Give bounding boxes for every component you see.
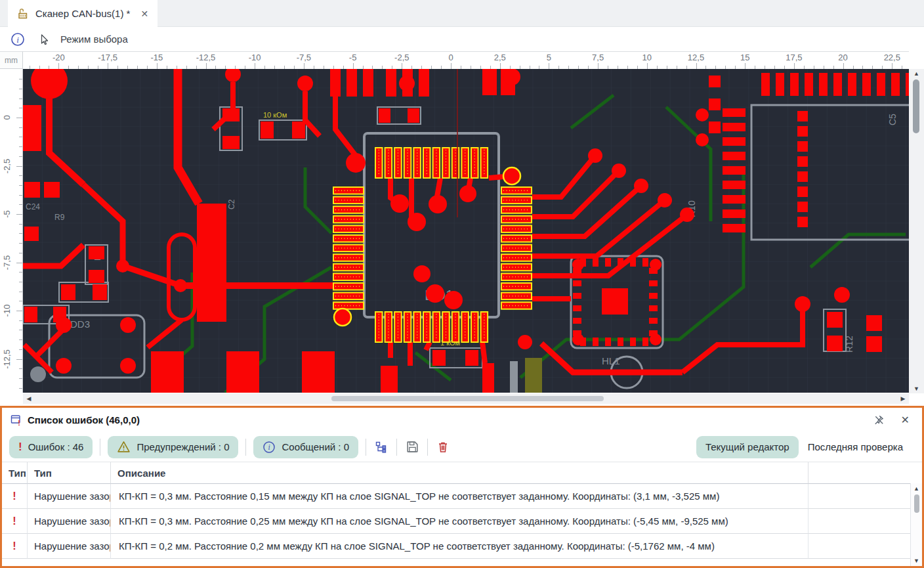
current-editor-toggle[interactable]: Текущий редактор xyxy=(696,436,799,458)
h-ruler: -20-17,5-15-12,5-10-7,5-5-2,502,557,5101… xyxy=(23,51,909,69)
empty-cell xyxy=(808,534,922,559)
svg-text:i: i xyxy=(16,34,19,44)
canvas-h-scrollbar[interactable]: ◀ ▶ xyxy=(23,393,909,404)
table-row[interactable]: !Нарушение зазоровКП-КП = 0,2 мм. Рассто… xyxy=(2,534,922,559)
group-tree-button[interactable] xyxy=(373,439,389,455)
selection-mode-label: Режим выбора xyxy=(60,33,128,45)
v-ruler-label: -2,5 xyxy=(2,158,12,173)
unpin-icon[interactable] xyxy=(873,414,885,426)
column-header-empty xyxy=(808,462,922,484)
h-scroll-thumb[interactable] xyxy=(331,396,604,401)
h-ruler-label: 7,5 xyxy=(592,53,604,62)
error-table: Тип Тип Описание !Нарушение зазоровКП-КП… xyxy=(2,462,922,566)
h-ruler-label: -2,5 xyxy=(394,53,409,62)
error-panel-toolbar: ! Ошибок : 46 Предупреждений : 0 i Сообщ… xyxy=(2,432,922,462)
scroll-left-arrow[interactable]: ◀ xyxy=(24,393,33,404)
error-icon: ! xyxy=(12,515,16,527)
clear-list-button[interactable] xyxy=(435,439,451,455)
toolbar-divider xyxy=(427,439,428,456)
toolbar-divider xyxy=(245,439,246,456)
filter-warnings-button[interactable]: Предупреждений : 0 xyxy=(108,436,238,458)
info-circle-icon: i xyxy=(262,441,276,454)
column-header-type-icon[interactable]: Тип xyxy=(2,462,28,484)
tab-close-icon[interactable]: ✕ xyxy=(140,9,148,19)
error-icon: ! xyxy=(12,491,16,502)
pcb-editor-app: Сканер CAN-bus(1) * ✕ i Режим выбора mm … xyxy=(0,0,924,568)
description-cell: КП-КП = 0,3 мм. Расстояние 0,25 мм между… xyxy=(111,509,808,534)
violation-type-cell: Нарушение зазоров xyxy=(28,534,111,559)
column-header-description[interactable]: Описание xyxy=(111,462,808,484)
canvas-v-scrollbar[interactable]: ▲ ▼ xyxy=(909,69,924,393)
h-ruler-label: 22,5 xyxy=(884,53,900,62)
error-count-icon: ! xyxy=(18,441,22,452)
h-ruler-label: -15 xyxy=(150,53,163,62)
source-toggle-group: Текущий редактор Последняя проверка xyxy=(696,436,915,458)
panel-title: Список ошибок (46,0,0) xyxy=(28,414,140,426)
toolbar-divider xyxy=(366,439,366,456)
info-icon[interactable]: i xyxy=(10,32,25,47)
silver-bar xyxy=(510,361,518,393)
scroll-down-arrow[interactable]: ▼ xyxy=(909,384,924,393)
toolbar-divider xyxy=(396,439,397,456)
column-header-type[interactable]: Тип xyxy=(28,462,111,484)
violation-type-cell: Нарушение зазоров xyxy=(28,484,111,509)
h-ruler-label: 0 xyxy=(448,53,453,62)
table-scroll-up-arrow[interactable]: ▲ xyxy=(911,484,922,493)
filter-messages-button[interactable]: i Сообщений : 0 xyxy=(253,436,358,458)
refdes-c5: C5 xyxy=(887,114,898,125)
table-row[interactable]: !Нарушение зазоровКП-КП = 0,3 мм. Рассто… xyxy=(2,484,922,509)
refdes-r9: R9 xyxy=(54,213,65,222)
h-ruler-label: -20 xyxy=(52,53,65,62)
h-ruler-label: -17,5 xyxy=(98,53,117,62)
filter-messages-label: Сообщений : 0 xyxy=(282,441,349,452)
filter-errors-button[interactable]: ! Ошибок : 46 xyxy=(9,436,93,458)
mount-hole xyxy=(30,366,46,382)
filter-errors-label: Ошибок : 46 xyxy=(28,441,84,452)
severity-cell: ! xyxy=(2,509,28,534)
description-cell: КП-КП = 0,3 мм. Расстояние 0,15 мм между… xyxy=(111,484,808,509)
panel-close-icon[interactable]: ✕ xyxy=(901,414,910,426)
empty-cell xyxy=(808,509,922,534)
h-ruler-label: -12,5 xyxy=(196,53,216,62)
h-ruler-label: 12,5 xyxy=(688,53,704,62)
scroll-up-arrow[interactable]: ▲ xyxy=(909,69,924,78)
svg-text:i: i xyxy=(268,443,270,451)
table-scroll-down-arrow[interactable]: ▼ xyxy=(911,556,922,565)
trash-icon xyxy=(436,441,450,454)
tab-scanner-can-bus[interactable]: Сканер CAN-bus(1) * ✕ xyxy=(8,0,158,27)
v-scroll-thumb[interactable] xyxy=(913,79,919,133)
h-ruler-label: -5 xyxy=(349,53,357,62)
h-ruler-label: 5 xyxy=(547,53,551,62)
h-ruler-label: 10 xyxy=(642,53,652,62)
refdes-c24: C24 xyxy=(26,202,40,211)
pcb-board-icon xyxy=(17,8,29,20)
error-panel-header: ! Список ошибок (46,0,0) ✕ xyxy=(2,408,922,432)
h-ruler-label: -7,5 xyxy=(297,53,311,62)
severity-cell: ! xyxy=(2,484,28,509)
pcb-canvas-svg: DD1 DD3 HL1 C24 R9 K11 C2 R10 R12 C5 10 … xyxy=(23,69,909,393)
save-report-button[interactable] xyxy=(404,439,420,455)
refdes-dd3: DD3 xyxy=(70,318,90,330)
table-scroll-thumb[interactable] xyxy=(914,494,919,513)
h-ruler-label: 17,5 xyxy=(786,53,802,62)
toolbar-divider xyxy=(100,439,100,456)
tab-title: Сканер CAN-bus(1) * xyxy=(35,8,130,19)
v-ruler-label: -7,5 xyxy=(2,255,12,269)
ruler-unit-label: mm xyxy=(0,51,23,69)
h-ruler-label: 2,5 xyxy=(494,53,506,62)
paste-layer-bar xyxy=(525,358,542,393)
last-check-toggle[interactable]: Последняя проверка xyxy=(801,441,910,452)
scroll-right-arrow[interactable]: ▶ xyxy=(898,393,908,404)
refdes-c2: C2 xyxy=(227,199,236,209)
v-ruler: 0-2,5-5-7,5-10-12,5 xyxy=(0,69,23,393)
last-check-label: Последняя проверка xyxy=(808,441,903,452)
violation-type-cell: Нарушение зазоров xyxy=(28,509,111,534)
table-v-scrollbar[interactable]: ▲ ▼ xyxy=(910,483,922,566)
pcb-canvas[interactable]: DD1 DD3 HL1 C24 R9 K11 C2 R10 R12 C5 10 … xyxy=(23,69,909,393)
v-ruler-label: -5 xyxy=(2,210,12,218)
v-ruler-label: -10 xyxy=(2,305,12,317)
save-icon xyxy=(406,440,419,454)
error-table-header: Тип Тип Описание xyxy=(2,462,922,484)
table-row[interactable]: !Нарушение зазоровКП-КП = 0,3 мм. Рассто… xyxy=(2,509,922,534)
value-label-10k: 10 кОм xyxy=(263,111,287,119)
